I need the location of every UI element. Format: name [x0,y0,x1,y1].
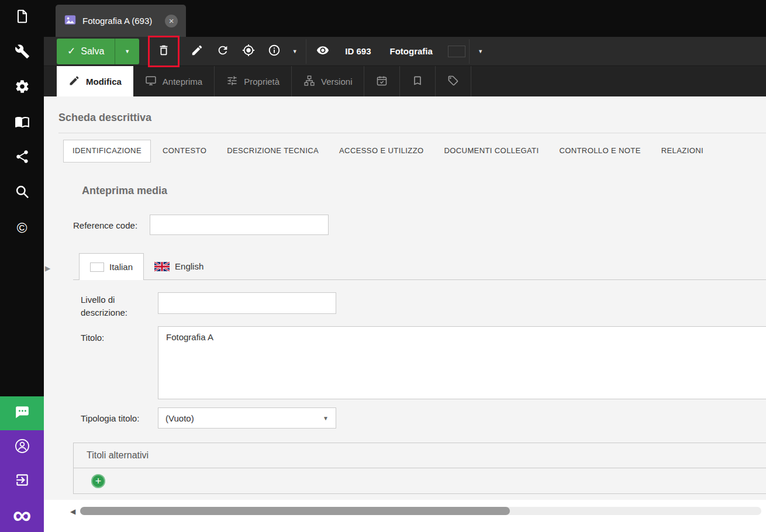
english-tab-label: English [175,261,203,271]
settings-button[interactable] [0,70,44,105]
tools-button[interactable] [0,35,44,70]
copyright-icon: © [17,221,27,235]
language-panel: Italian English [73,253,766,280]
edit-tab-pencil-icon [68,75,80,88]
tab-accesso-e-utilizzo[interactable]: ACCESSO E UTILIZZO [330,140,432,163]
check-icon: ✓ [67,45,75,57]
document-tab[interactable]: Fotografia A (693) × [56,5,186,37]
record-edit-panel: ▶ Scheda descrittiva IDENTIFICAZIONE CON… [44,96,766,532]
logout-icon [15,472,30,490]
calendar-check-icon [376,75,388,88]
main-sidebar: © ∞ [0,0,44,532]
tab-documenti-collegati[interactable]: DOCUMENTI COLLEGATI [436,140,548,163]
tab-controllo-e-note[interactable]: CONTROLLO E NOTE [550,140,649,163]
expand-tree-panel-button[interactable]: ▶ [45,264,50,272]
target-icon [242,44,255,58]
book-icon [15,114,30,132]
scrollbar-thumb[interactable] [80,507,510,515]
document-tab-title: Fotografia A (693) [82,16,152,26]
edit-button[interactable] [184,39,210,64]
sliders-icon [226,75,238,88]
italian-tab-label: Italian [109,262,133,272]
tab-scheduler[interactable] [364,66,400,96]
tab-language-english[interactable]: English [144,253,214,279]
record-toolbar: ✓ Salva ▼ ▼ [44,37,766,65]
tab-anteprima[interactable]: Anteprima [133,66,215,96]
alternative-titles-panel: Titoli alternativi + [73,443,766,494]
rights-button[interactable]: © [0,210,44,246]
sidebar-account-section: ∞ [0,430,44,532]
tab-anteprima-label: Anteprima [163,77,202,87]
title-divider [58,133,766,133]
refresh-icon [216,44,229,58]
visibility-button[interactable] [310,39,336,64]
tab-identificazione[interactable]: IDENTIFICAZIONE [63,140,151,163]
language-separator [469,39,470,64]
relations-button[interactable] [0,140,44,175]
info-button[interactable] [261,39,287,64]
add-alternative-title-button[interactable]: + [91,474,105,488]
gear-icon [15,79,30,96]
save-button[interactable]: ✓ Salva [57,39,115,64]
save-options-button[interactable]: ▼ [115,39,139,64]
close-tab-button[interactable]: × [165,15,178,27]
documents-button[interactable] [0,0,44,35]
scroll-left-arrow[interactable]: ◀ [70,507,75,516]
delete-button[interactable] [151,39,177,64]
record-type-label: Fotografia [389,46,432,56]
search-button[interactable] [0,175,44,210]
tipologia-select[interactable]: (Vuoto) ▼ [158,407,336,429]
infinity-logo-icon: ∞ [13,502,31,528]
tab-modifica[interactable]: Modifica [57,66,133,96]
library-button[interactable] [0,105,44,140]
panel-title: Scheda descrittiva [58,112,151,124]
tipologia-label: Tipologia titolo: [81,413,139,423]
tab-versioni[interactable]: Versioni [292,66,364,96]
language-dropdown-button[interactable]: ▼ [473,39,488,64]
chevron-down-icon: ▼ [323,415,329,422]
uk-flag-icon [154,262,170,271]
chat-button[interactable] [0,396,44,430]
search-icon [15,184,30,202]
language-tabs: Italian English [73,253,766,280]
media-preview-heading: Anteprima media [82,185,167,197]
save-split-button: ✓ Salva ▼ [57,39,139,64]
scrollbar-track[interactable] [80,507,761,515]
bookmark-icon [412,75,423,88]
toolbar-separator [306,39,306,64]
document-tab-row: Fotografia A (693) × [44,0,766,37]
user-profile-button[interactable] [0,430,44,464]
versions-icon [303,75,315,88]
tab-contesto[interactable]: CONTESTO [154,140,215,163]
tab-proprieta[interactable]: Proprietà [215,66,292,96]
pencil-icon [191,44,203,58]
monitor-icon [145,75,157,88]
tab-proprieta-label: Proprietà [244,77,280,87]
tab-tags[interactable] [436,66,471,96]
application-window: © ∞ Fotografia A (693) × [0,0,766,532]
italian-flag-icon-small [90,262,104,272]
livello-label: Livello di descrizione: [81,293,148,319]
tab-versioni-label: Versioni [321,77,352,87]
reference-code-label: Reference code: [73,220,137,230]
livello-input[interactable] [158,292,336,314]
horizontal-scroll-area: ◀ [44,500,766,532]
delete-highlight-frame [148,36,180,67]
sidebar-spacer [0,246,44,396]
italian-flag-icon[interactable] [448,46,465,57]
info-icon [268,44,281,58]
top-bar: Fotografia A (693) × ✓ Salva ▼ [44,0,766,96]
tab-relazioni[interactable]: RELAZIONI [653,140,712,163]
tipologia-selected-value: (Vuoto) [165,413,194,423]
info-options-button[interactable]: ▼ [287,39,302,64]
tab-language-italian[interactable]: Italian [79,253,144,280]
logout-button[interactable] [0,464,44,498]
locate-button[interactable] [236,39,261,64]
titolo-textarea[interactable]: Fotografia A [158,326,766,399]
refresh-button[interactable] [210,39,236,64]
tab-descrizione-tecnica[interactable]: DESCRIZIONE TECNICA [218,140,327,163]
tab-bookmark[interactable] [400,66,436,96]
alternative-titles-heading: Titoli alternativi [74,443,766,468]
reference-code-input[interactable] [150,215,329,235]
user-avatar-icon [15,438,30,456]
